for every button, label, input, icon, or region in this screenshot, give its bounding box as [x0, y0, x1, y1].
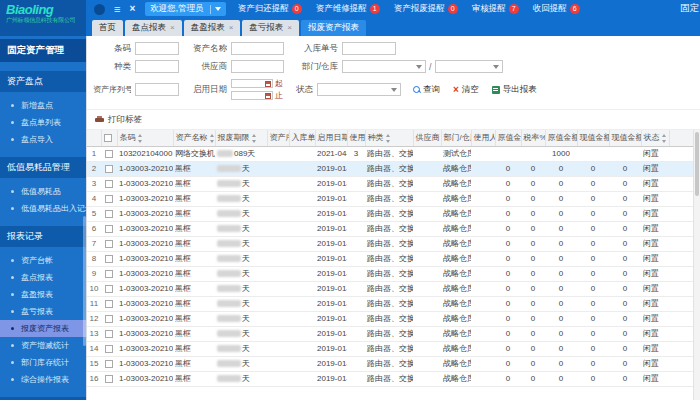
- table-row[interactable]: 1 10320210400013 网络交换机 089天 2021-04-01 3…: [87, 146, 693, 161]
- sidebar-section-asset-check[interactable]: 资产盘点: [0, 71, 86, 92]
- table-row[interactable]: 16 1-03003-20210128- 黑框 天 2019-01-01 路由器…: [87, 371, 693, 386]
- column-header[interactable]: 状态: [641, 130, 669, 146]
- sidebar-section-reports[interactable]: 报表记录: [0, 226, 86, 247]
- sidebar-item[interactable]: 盘点导入: [0, 131, 86, 148]
- sidebar-item[interactable]: 资产台帐: [0, 252, 86, 269]
- sidebar-item[interactable]: 盘点单列表: [0, 114, 86, 131]
- column-header[interactable]: [669, 130, 693, 146]
- column-header[interactable]: 现值金额(不含税: [577, 130, 609, 146]
- sort-icon[interactable]: [138, 134, 143, 143]
- export-report-button[interactable]: 导出报表: [492, 84, 537, 96]
- welcome-user-dropdown[interactable]: 欢迎您,管理员: [145, 2, 225, 16]
- column-header[interactable]: 原值金额(不含税: [545, 130, 577, 146]
- row-checkbox[interactable]: [105, 315, 113, 323]
- select-all-checkbox[interactable]: [104, 134, 112, 142]
- row-checkbox[interactable]: [105, 285, 113, 293]
- table-scrollbar-thumb[interactable]: [695, 132, 699, 196]
- column-header[interactable]: 使用年限: [347, 130, 365, 146]
- dept-select[interactable]: [342, 60, 426, 73]
- table-row[interactable]: 4 1-03003-20210128- 黑框 天 2019-01-01 路由器、…: [87, 191, 693, 206]
- table-row[interactable]: 3 1-03003-20210128- 黑框 天 2019-01-01 路由器、…: [87, 176, 693, 191]
- column-header[interactable]: [101, 130, 117, 146]
- sidebar-item[interactable]: 新增盘点: [0, 97, 86, 114]
- row-checkbox[interactable]: [105, 180, 113, 188]
- print-label-button[interactable]: 打印标签: [95, 114, 142, 126]
- table-row[interactable]: 5 1-03003-20210128- 黑框 天 2019-01-01 路由器、…: [87, 206, 693, 221]
- row-checkbox[interactable]: [105, 300, 113, 308]
- calendar-icon[interactable]: [265, 81, 271, 87]
- column-header[interactable]: 报废期限: [215, 130, 267, 146]
- sort-icon[interactable]: [662, 134, 667, 143]
- table-row[interactable]: 10 1-03003-20210128- 黑框 天 2019-01-01 路由器…: [87, 281, 693, 296]
- reminder-link[interactable]: 资产归还提醒 0: [238, 3, 302, 15]
- sidebar-section-consumables[interactable]: 低值易耗品管理: [0, 157, 86, 178]
- row-checkbox[interactable]: [105, 345, 113, 353]
- reminder-link[interactable]: 审核提醒 7: [472, 3, 519, 15]
- tab[interactable]: 盘盈报表 ×: [184, 20, 241, 36]
- table-row[interactable]: 9 1-03003-20210128- 黑框 天 2019-01-01 路由器、…: [87, 266, 693, 281]
- table-scrollbar[interactable]: [693, 130, 700, 400]
- row-checkbox[interactable]: [105, 240, 113, 248]
- table-row[interactable]: 15 1-03003-20210128- 黑框 天 2019-01-01 路由器…: [87, 356, 693, 371]
- column-header[interactable]: 资产序列号: [267, 130, 289, 146]
- table-row[interactable]: 14 1-03003-20210128- 黑框 天 2019-01-01 路由器…: [87, 341, 693, 356]
- tab[interactable]: 首页 ×: [92, 20, 123, 36]
- table-row[interactable]: 13 1-03003-20210128- 黑框 天 2019-01-01 路由器…: [87, 326, 693, 341]
- column-header[interactable]: 资产名称: [173, 130, 215, 146]
- row-checkbox[interactable]: [105, 360, 113, 368]
- sidebar-item[interactable]: 资产增减统计: [0, 337, 86, 354]
- sidebar-item[interactable]: 低值易耗品出入记录: [0, 200, 86, 217]
- table-row[interactable]: 2 1-03003-20210128- 黑框 天 2019-01-01 路由器、…: [87, 161, 693, 176]
- row-checkbox[interactable]: [105, 150, 113, 158]
- sort-icon[interactable]: [252, 134, 257, 143]
- search-button[interactable]: 查询: [413, 84, 440, 96]
- menu-icon[interactable]: ≡: [114, 4, 120, 15]
- sidebar-item[interactable]: 报废资产报表: [0, 320, 86, 337]
- serial-no-input[interactable]: [135, 83, 179, 96]
- sort-icon[interactable]: [210, 134, 215, 143]
- sort-icon[interactable]: [386, 134, 391, 143]
- row-checkbox[interactable]: [105, 225, 113, 233]
- asset-name-input[interactable]: [231, 42, 284, 55]
- sidebar-item[interactable]: 盘点报表: [0, 269, 86, 286]
- column-header[interactable]: 使用人: [471, 130, 495, 146]
- row-checkbox[interactable]: [105, 255, 113, 263]
- column-header[interactable]: 原值金额(含: [495, 130, 521, 146]
- tab-close-icon[interactable]: ×: [170, 24, 175, 32]
- sidebar-item[interactable]: 综合操作报表: [0, 371, 86, 388]
- row-checkbox[interactable]: [105, 165, 113, 173]
- column-header[interactable]: 供应商: [413, 130, 441, 146]
- table-row[interactable]: 8 1-03003-20210128- 黑框 天 2019-01-01 路由器、…: [87, 251, 693, 266]
- sidebar-item[interactable]: 部门库存统计: [0, 354, 86, 371]
- column-header[interactable]: 入库单号: [289, 130, 315, 146]
- supplier-input[interactable]: [231, 60, 284, 73]
- column-header[interactable]: 种类: [365, 130, 413, 146]
- calendar-icon[interactable]: [265, 93, 271, 99]
- reminder-link[interactable]: 资产维修提醒 1: [316, 3, 380, 15]
- close-icon[interactable]: ×: [129, 4, 135, 14]
- row-checkbox[interactable]: [105, 210, 113, 218]
- row-checkbox[interactable]: [105, 375, 113, 383]
- reminder-link[interactable]: 收回提醒 6: [533, 3, 580, 15]
- status-select[interactable]: [317, 83, 401, 96]
- order-no-input[interactable]: [342, 42, 396, 55]
- table-row[interactable]: 6 1-03003-20210128- 黑框 天 2019-01-01 路由器、…: [87, 221, 693, 236]
- clear-button[interactable]: × 清空: [453, 84, 479, 96]
- warehouse-select[interactable]: [435, 60, 503, 73]
- tab-close-icon[interactable]: ×: [229, 24, 234, 32]
- table-row[interactable]: 12 1-03003-20210128- 黑框 天 2019-01-01 路由器…: [87, 311, 693, 326]
- sidebar-item[interactable]: 盘盈报表: [0, 286, 86, 303]
- sidebar-item[interactable]: 低值易耗品: [0, 183, 86, 200]
- category-input[interactable]: [135, 60, 179, 73]
- column-header[interactable]: 部门/仓库: [441, 130, 471, 146]
- date-to-input[interactable]: [231, 91, 273, 100]
- row-checkbox[interactable]: [105, 195, 113, 203]
- column-header[interactable]: 条码: [117, 130, 173, 146]
- table-row[interactable]: 7 1-03003-20210128- 黑框 天 2019-01-01 路由器、…: [87, 236, 693, 251]
- tab-close-icon[interactable]: ×: [287, 24, 292, 32]
- column-header[interactable]: 现值金额(不含税: [609, 130, 641, 146]
- column-header[interactable]: 税率%: [521, 130, 545, 146]
- table-row[interactable]: 11 1-03003-20210128- 黑框 天 2019-01-01 路由器…: [87, 296, 693, 311]
- date-from-input[interactable]: [231, 79, 273, 88]
- reminder-link[interactable]: 资产报废提醒 0: [394, 3, 458, 15]
